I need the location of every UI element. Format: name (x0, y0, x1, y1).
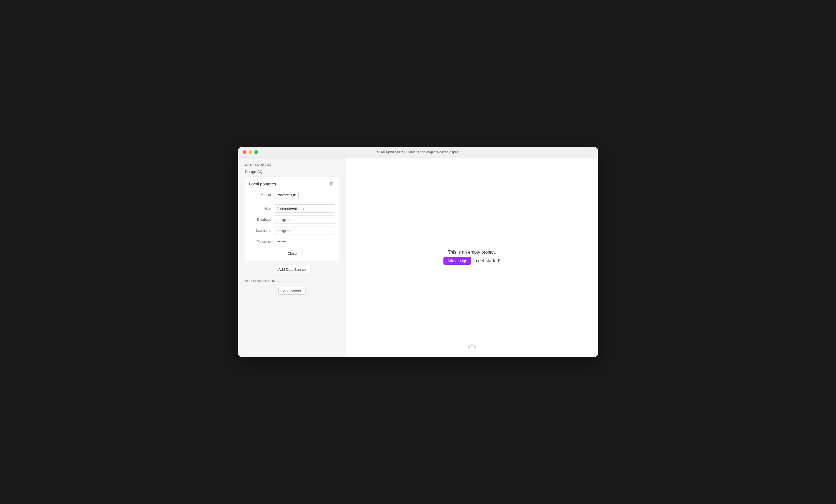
ssh-section-title: SSH CONNECTIONS (245, 279, 339, 283)
username-row: Username (249, 227, 335, 235)
minimize-button[interactable] (249, 150, 252, 154)
empty-project-text: This is an empty project. (448, 250, 496, 255)
vendor-select[interactable]: PostgreSQL MySQL SQLite Oracle BigQuery (274, 191, 299, 199)
host-row: Host (249, 205, 335, 213)
database-row: Database (249, 215, 335, 224)
version-label: 0.7.0 (468, 345, 476, 349)
host-label: Host (249, 207, 271, 211)
sidebar-content: DATA SOURCES PostgreSQL Local postgres 🗑… (238, 157, 346, 300)
main-content: This is an empty project. Add a page to … (346, 157, 598, 357)
datasource-name: Local postgres (249, 181, 276, 186)
vendor-label: Vendor (249, 193, 271, 197)
add-server-button[interactable]: Add Server (279, 287, 306, 294)
add-datasource-row: Add Data Source (245, 265, 339, 273)
traffic-lights (243, 150, 258, 154)
add-data-source-button[interactable]: Add Data Source (274, 266, 310, 273)
data-source-card: Local postgres 🗑 Vendor PostgreSQL MySQL… (245, 177, 339, 261)
get-started-text: to get started! (473, 258, 500, 263)
delete-datasource-button[interactable]: 🗑 (328, 181, 335, 187)
collapse-sidebar-button[interactable]: ‹ (338, 161, 343, 167)
empty-state: This is an empty project. Add a page to … (443, 250, 500, 265)
sidebar: ‹ DATA SOURCES PostgreSQL Local postgres… (238, 157, 346, 357)
get-started-line: Add a page to get started! (443, 257, 500, 265)
maximize-button[interactable] (254, 150, 258, 154)
window-title: /Users/philipeaton/DataStationProjects/d… (377, 150, 459, 154)
add-page-button[interactable]: Add a page (443, 257, 471, 265)
app-body: ‹ DATA SOURCES PostgreSQL Local postgres… (238, 157, 598, 357)
username-input[interactable] (274, 227, 335, 235)
close-card-button[interactable]: Close (282, 250, 302, 257)
card-header: Local postgres 🗑 (249, 181, 335, 187)
vendor-row: Vendor PostgreSQL MySQL SQLite Oracle Bi… (249, 191, 335, 199)
host-input[interactable] (274, 205, 335, 213)
vendor-select-wrapper: PostgreSQL MySQL SQLite Oracle BigQuery (274, 191, 335, 199)
close-button[interactable] (243, 150, 246, 154)
password-label: Password (249, 240, 271, 244)
username-label: Username (249, 229, 271, 233)
title-bar: /Users/philipeaton/DataStationProjects/d… (238, 147, 598, 157)
add-server-row: Add Server (245, 286, 339, 294)
vendor-type-label: PostgreSQL (245, 170, 339, 174)
password-input[interactable] (274, 238, 335, 246)
data-sources-section-title: DATA SOURCES (245, 163, 339, 166)
database-label: Database (249, 218, 271, 221)
password-row: Password (249, 238, 335, 246)
app-window: /Users/philipeaton/DataStationProjects/d… (238, 147, 598, 357)
database-input[interactable] (274, 215, 335, 224)
card-footer: Close (249, 250, 335, 257)
